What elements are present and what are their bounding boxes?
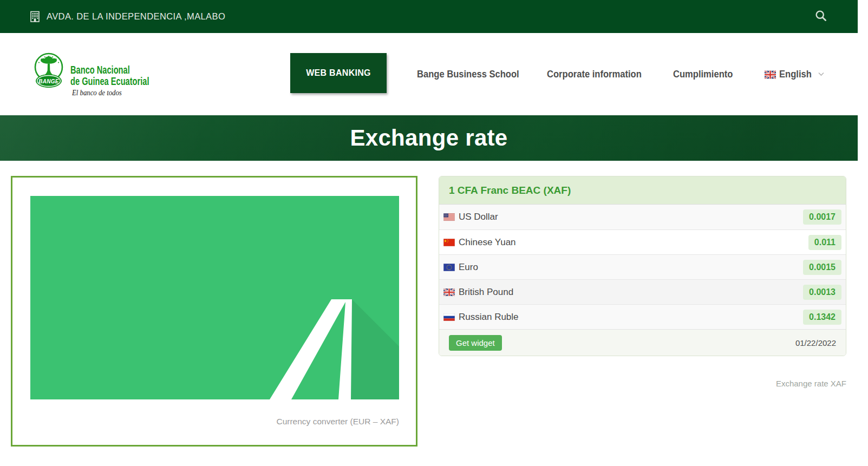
page-banner: Exchange rate [0, 115, 858, 161]
rate-value: 0.011 [808, 235, 841, 250]
uk-flag-icon [765, 70, 776, 78]
rate-row: British Pound0.0013 [439, 279, 846, 304]
search-icon [814, 9, 827, 22]
currency-name: Chinese Yuan [459, 237, 516, 248]
rates-date: 01/22/2022 [795, 338, 836, 347]
rate-value: 0.1342 [803, 310, 841, 325]
site-header: BANGE Banco Nacional de Guinea Ecuatoria… [0, 33, 858, 115]
currency-converter-image[interactable] [30, 196, 399, 399]
web-banking-button[interactable]: WEB BANKING [290, 53, 387, 93]
language-selector[interactable]: English [765, 69, 825, 80]
bank-name-line1: Banco Nacional [70, 64, 149, 76]
page: AVDA. DE LA INDEPENDENCIA ,MALABO [0, 0, 858, 466]
rate-row: Russian Ruble0.1342 [439, 304, 846, 329]
gb-flag-icon [443, 288, 455, 296]
address-text: AVDA. DE LA INDEPENDENCIA ,MALABO [47, 11, 225, 22]
rate-row: Chinese Yuan0.011 [439, 229, 846, 254]
currency-name: US Dollar [459, 212, 498, 222]
ru-flag-icon [443, 313, 455, 321]
rate-value: 0.0013 [803, 285, 841, 300]
rate-row: Euro0.0015 [439, 254, 846, 279]
us-flag-icon [443, 213, 455, 221]
eu-flag-icon [443, 264, 455, 271]
rates-header: 1 CFA Franc BEAC (XAF) [439, 176, 846, 205]
nav-corporate-information[interactable]: Corporate information [547, 69, 642, 80]
currency-name: British Pound [459, 287, 513, 298]
bank-logo[interactable]: BANGE Banco Nacional de Guinea Ecuatoria… [32, 52, 175, 97]
bank-tagline: El banco de todos [72, 88, 163, 97]
building-icon [30, 11, 40, 22]
main-content: Currency converter (EUR – XAF) 1 CFA Fra… [0, 161, 858, 466]
currency-name: Euro [459, 262, 478, 273]
bank-name-line2: de Guinea Ecuatorial [70, 76, 149, 87]
rates-footer: Get widget 01/22/2022 [439, 329, 846, 356]
language-label: English [779, 69, 812, 80]
rate-value: 0.0015 [803, 260, 841, 275]
rates-rows: US Dollar0.0017Chinese Yuan0.011Euro0.00… [439, 205, 846, 329]
currency-name: Russian Ruble [459, 312, 519, 323]
nav-cumplimiento[interactable]: Cumplimiento [673, 69, 733, 80]
bank-name: Banco Nacional de Guinea Ecuatorial El b… [70, 64, 175, 97]
rate-row: US Dollar0.0017 [439, 205, 846, 229]
rate-value: 0.0017 [803, 209, 841, 225]
bange-emblem-icon: BANGE [32, 52, 65, 96]
topbar: AVDA. DE LA INDEPENDENCIA ,MALABO [0, 0, 858, 33]
nav-bange-business-school[interactable]: Bange Business School [417, 69, 519, 80]
converter-caption: Currency converter (EUR – XAF) [276, 417, 399, 426]
exchange-rates-panel: 1 CFA Franc BEAC (XAF) US Dollar0.0017Ch… [439, 176, 846, 356]
currency-converter-widget: Currency converter (EUR – XAF) [11, 176, 417, 447]
exchange-rate-note: Exchange rate XAF [776, 379, 846, 388]
cn-flag-icon [443, 239, 455, 246]
svg-text:BANGE: BANGE [38, 78, 59, 84]
get-widget-button[interactable]: Get widget [449, 335, 502, 351]
branch-address: AVDA. DE LA INDEPENDENCIA ,MALABO [30, 11, 225, 22]
page-title: Exchange rate [350, 125, 507, 151]
search-button[interactable] [814, 9, 827, 24]
chevron-down-icon [818, 72, 825, 77]
